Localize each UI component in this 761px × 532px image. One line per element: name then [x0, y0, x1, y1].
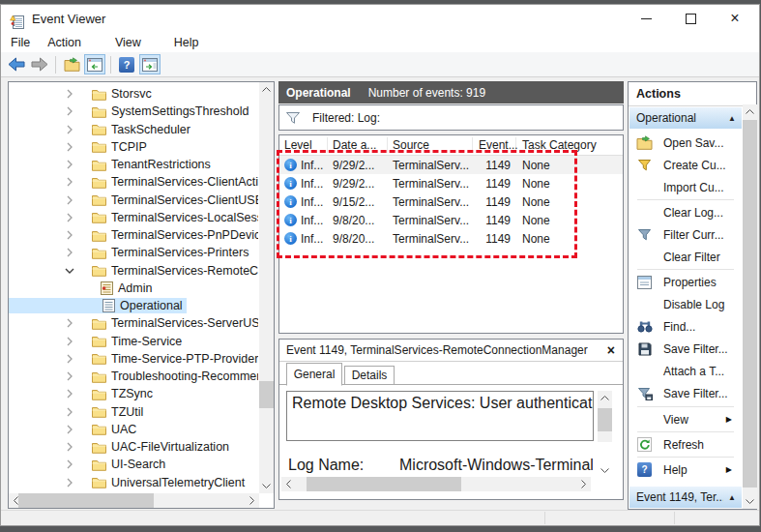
chevron-right-icon[interactable]: [62, 174, 77, 190]
tree-item-ui-search[interactable]: UI-Search: [9, 456, 258, 473]
tree-item-terminalservices-printers[interactable]: TerminalServices-Printers: [9, 244, 258, 261]
event-row[interactable]: iInf... 9/29/2... TerminalServ... 1149 N…: [279, 156, 623, 174]
chevron-right-icon[interactable]: [62, 192, 77, 208]
action-save-filtered-log[interactable]: Save Filter...: [629, 338, 742, 360]
column-event-id[interactable]: Event...: [473, 137, 516, 153]
menu-help[interactable]: Help: [165, 34, 208, 51]
show-console-tree-toggle[interactable]: [84, 54, 105, 74]
chevron-right-icon[interactable]: [62, 103, 77, 119]
actions-section-event-1149[interactable]: Event 1149, Ter... ▲: [629, 487, 742, 508]
tree-item-tcpip[interactable]: TCPIP: [9, 138, 258, 156]
chevron-right-icon[interactable]: [62, 227, 77, 243]
tree-item-uac-filevirtualization[interactable]: UAC-FileVirtualization: [9, 438, 258, 456]
scrollbar-thumb[interactable]: [307, 477, 461, 491]
scrollbar-thumb[interactable]: [18, 493, 154, 508]
chevron-down-icon[interactable]: [62, 263, 77, 279]
description-scrollbar[interactable]: [598, 391, 612, 442]
chevron-right-icon[interactable]: [62, 210, 77, 225]
forward-button[interactable]: [28, 54, 51, 75]
actions-vertical-scrollbar[interactable]: [743, 104, 757, 509]
tree-item-operational[interactable]: Operational: [9, 297, 258, 314]
tree-item-storsvc[interactable]: Storsvc: [9, 85, 258, 103]
tree-item-terminalservices-pnpdevices[interactable]: TerminalServices-PnPDevices: [9, 226, 258, 244]
tab-details[interactable]: Details: [344, 366, 395, 385]
menu-action[interactable]: Action: [39, 34, 90, 51]
tree-item-admin[interactable]: Admin: [9, 280, 258, 297]
back-button[interactable]: [5, 54, 28, 75]
scroll-down-icon[interactable]: [743, 494, 757, 509]
chevron-right-icon[interactable]: [62, 422, 77, 437]
action-refresh[interactable]: Refresh: [629, 433, 742, 456]
help-button[interactable]: ?: [115, 54, 138, 75]
tree-item-terminalservices-clientactivex[interactable]: TerminalServices-ClientActiveX: [9, 173, 258, 191]
column-task-category[interactable]: Task Category: [516, 137, 623, 153]
preview-horizontal-scrollbar[interactable]: [281, 477, 591, 491]
actions-section-operational[interactable]: Operational ▲: [629, 107, 742, 129]
action-clear-filter[interactable]: Clear Filter: [629, 246, 742, 268]
scroll-up-icon[interactable]: [743, 104, 757, 119]
action-properties[interactable]: Properties: [629, 271, 742, 293]
scroll-down-icon[interactable]: [259, 479, 274, 493]
action-clear-log[interactable]: Clear Log...: [629, 201, 742, 223]
tree-item-terminalservices-serverusbde[interactable]: TerminalServices-ServerUSBDe: [9, 314, 258, 332]
close-preview-icon[interactable]: ×: [607, 342, 615, 358]
scroll-left-icon[interactable]: [281, 477, 296, 491]
action-filter-current-log[interactable]: Filter Curr...: [629, 223, 742, 246]
tree-item-terminalservices-localsession[interactable]: TerminalServices-LocalSession: [9, 209, 258, 226]
expand-details-icon[interactable]: [600, 460, 609, 478]
scrollbar-thumb[interactable]: [259, 381, 274, 408]
chevron-right-icon[interactable]: [62, 369, 77, 384]
chevron-right-icon[interactable]: [62, 122, 77, 137]
menu-view[interactable]: View: [106, 34, 150, 51]
scroll-up-icon[interactable]: [259, 82, 274, 97]
action-find[interactable]: Find...: [629, 315, 742, 338]
column-level[interactable]: Level: [279, 137, 328, 153]
tree-item-taskscheduler[interactable]: TaskScheduler: [9, 121, 258, 138]
chevron-right-icon[interactable]: [62, 386, 77, 401]
chevron-right-icon[interactable]: [62, 334, 77, 349]
collapse-section-icon[interactable]: ▲: [728, 493, 736, 502]
column-source[interactable]: Source: [388, 137, 473, 153]
event-description[interactable]: Remote Desktop Services: User authentica…: [286, 391, 594, 441]
event-row[interactable]: iInf... 9/8/20... TerminalServ... 1149 N…: [279, 229, 623, 248]
scroll-up-icon[interactable]: [598, 391, 612, 405]
tree-vertical-scrollbar[interactable]: [259, 82, 274, 493]
column-date[interactable]: Date a...: [328, 137, 388, 153]
chevron-right-icon[interactable]: [62, 351, 77, 367]
tree-item-uac[interactable]: UAC: [9, 421, 258, 438]
chevron-right-icon[interactable]: [62, 139, 77, 155]
tree-item-systemsettingsthreshold[interactable]: SystemSettingsThreshold: [9, 103, 258, 120]
chevron-right-icon[interactable]: [62, 315, 77, 331]
tree-item-troubleshooting-recommend[interactable]: Troubleshooting-Recommend: [9, 368, 258, 385]
chevron-right-icon[interactable]: [62, 404, 77, 420]
chevron-right-icon[interactable]: [62, 439, 77, 455]
open-saved-log-button[interactable]: [60, 54, 83, 75]
maximize-button[interactable]: [668, 5, 713, 32]
chevron-right-icon[interactable]: [62, 245, 77, 260]
tree-item-terminalservices-clientusbde[interactable]: TerminalServices-ClientUSBDe: [9, 192, 258, 209]
scrollbar-thumb[interactable]: [598, 408, 612, 431]
tree-item-time-service-ptp-provider[interactable]: Time-Service-PTP-Provider: [9, 350, 258, 368]
tree-item-time-service[interactable]: Time-Service: [9, 333, 258, 350]
event-row[interactable]: iInf... 9/15/2... TerminalServ... 1149 N…: [279, 192, 623, 211]
tab-general[interactable]: General: [286, 363, 342, 386]
show-action-pane-toggle[interactable]: [139, 54, 161, 74]
chevron-right-icon[interactable]: [62, 157, 77, 172]
collapse-section-icon[interactable]: ▲: [728, 114, 736, 123]
tree-item-tzsync[interactable]: TZSync: [9, 385, 258, 402]
tree-item-universaltelemetryclient[interactable]: UniversalTelemetryClient: [9, 474, 258, 491]
action-open-saved-log[interactable]: Open Sav...: [629, 132, 742, 154]
minimize-button[interactable]: [624, 5, 668, 32]
chevron-right-icon[interactable]: [62, 457, 77, 472]
scroll-right-icon[interactable]: [576, 477, 591, 491]
scroll-right-icon[interactable]: [245, 493, 259, 508]
event-row[interactable]: iInf... 9/29/2... TerminalServ... 1149 N…: [279, 174, 623, 192]
filter-banner[interactable]: Filtered: Log:: [278, 104, 624, 131]
action-disable-log[interactable]: Disable Log: [629, 293, 742, 315]
menu-file[interactable]: File: [2, 34, 39, 51]
chevron-right-icon[interactable]: [62, 86, 77, 102]
action-create-custom-view[interactable]: Create Cu...: [629, 154, 742, 176]
action-view-submenu[interactable]: View ▶: [629, 408, 742, 430]
action-help-submenu[interactable]: ? Help ▶: [629, 458, 742, 481]
tree-horizontal-scrollbar[interactable]: [9, 493, 259, 508]
